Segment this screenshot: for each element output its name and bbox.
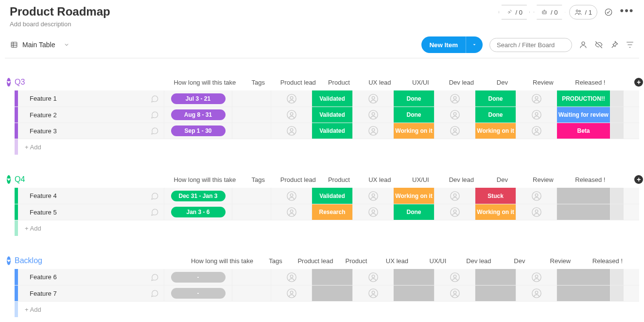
- timeline-cell[interactable]: -: [164, 286, 232, 301]
- status-cell[interactable]: [475, 286, 516, 301]
- status-cell[interactable]: Done: [475, 90, 516, 107]
- column-header-tags[interactable]: Tags: [239, 176, 278, 183]
- dev-lead-cell[interactable]: [434, 123, 475, 139]
- status-cell[interactable]: Validated: [312, 123, 352, 139]
- hide-columns-icon[interactable]: [594, 40, 603, 49]
- review-cell[interactable]: [516, 188, 557, 204]
- column-header-dev[interactable]: Dev: [499, 257, 540, 265]
- group-collapse-toggle[interactable]: [7, 256, 11, 265]
- status-cell[interactable]: [393, 286, 434, 301]
- status-cell[interactable]: [557, 286, 610, 301]
- product-lead-cell[interactable]: [271, 269, 312, 285]
- column-header-time[interactable]: How long will this take: [171, 79, 239, 86]
- timeline-cell[interactable]: Sep 1 - 30: [164, 123, 232, 139]
- timeline-cell[interactable]: Dec 31 - Jan 3: [164, 188, 232, 204]
- column-header-ux-lead[interactable]: UX lead: [377, 257, 418, 265]
- status-cell[interactable]: Waiting for review: [557, 107, 610, 123]
- status-cell[interactable]: PRODUCTION!!: [557, 90, 610, 107]
- column-header-product-lead[interactable]: Product lead: [295, 257, 336, 265]
- dev-lead-cell[interactable]: [434, 204, 475, 220]
- item-name[interactable]: Feature 1: [26, 95, 150, 102]
- column-header-dev[interactable]: Dev: [482, 79, 522, 86]
- column-header-tags[interactable]: Tags: [239, 79, 278, 86]
- status-cell[interactable]: [312, 286, 352, 301]
- integration-badge-1[interactable]: / 0: [499, 5, 530, 19]
- column-header-released[interactable]: Released !: [581, 257, 634, 265]
- chat-icon[interactable]: [150, 208, 159, 216]
- column-header-product[interactable]: Product: [336, 257, 377, 265]
- status-cell[interactable]: [393, 269, 434, 285]
- review-cell[interactable]: [516, 204, 557, 220]
- table-row[interactable]: Feature 7 -: [15, 285, 639, 301]
- column-header-review[interactable]: Review: [522, 176, 563, 183]
- column-header-uxui[interactable]: UX/UI: [400, 79, 441, 86]
- view-selector[interactable]: Main Table: [10, 41, 70, 49]
- column-header-review[interactable]: Review: [522, 79, 563, 86]
- product-lead-cell[interactable]: [271, 204, 312, 220]
- status-cell[interactable]: Stuck: [475, 188, 516, 204]
- product-lead-cell[interactable]: [271, 90, 312, 107]
- tags-cell[interactable]: [232, 286, 271, 301]
- column-header-dev-lead[interactable]: Dev lead: [458, 257, 499, 265]
- dev-lead-cell[interactable]: [434, 286, 475, 301]
- dev-lead-cell[interactable]: [434, 107, 475, 123]
- chat-icon[interactable]: [150, 289, 159, 298]
- status-cell[interactable]: Done: [393, 107, 434, 123]
- column-header-dev-lead[interactable]: Dev lead: [441, 176, 482, 183]
- status-cell[interactable]: [312, 269, 352, 285]
- status-cell[interactable]: Working on it: [393, 123, 434, 139]
- tags-cell[interactable]: [232, 90, 271, 107]
- product-lead-cell[interactable]: [271, 188, 312, 204]
- product-lead-cell[interactable]: [271, 286, 312, 301]
- timeline-cell[interactable]: -: [164, 269, 232, 285]
- more-menu-button[interactable]: •••: [620, 5, 634, 19]
- ux-lead-cell[interactable]: [352, 269, 393, 285]
- tags-cell[interactable]: [232, 204, 271, 220]
- chat-icon[interactable]: [150, 273, 159, 282]
- group-collapse-toggle[interactable]: [7, 78, 11, 87]
- ux-lead-cell[interactable]: [352, 286, 393, 301]
- chat-icon[interactable]: [150, 192, 159, 200]
- status-cell[interactable]: [557, 188, 610, 204]
- status-cell[interactable]: [475, 269, 516, 285]
- status-cell[interactable]: Validated: [312, 107, 352, 123]
- status-cell[interactable]: Beta: [557, 123, 610, 139]
- timeline-cell[interactable]: Aug 8 - 31: [164, 107, 232, 123]
- status-cell[interactable]: Research: [312, 204, 352, 220]
- dev-lead-cell[interactable]: [434, 188, 475, 204]
- review-cell[interactable]: [516, 107, 557, 123]
- review-cell[interactable]: [516, 123, 557, 139]
- new-item-dropdown[interactable]: [466, 36, 483, 53]
- item-name[interactable]: Feature 3: [26, 127, 150, 135]
- add-item-row[interactable]: + Add: [15, 220, 639, 236]
- table-row[interactable]: Feature 4 Dec 31 - Jan 3 Validated Worki…: [15, 188, 639, 204]
- ux-lead-cell[interactable]: [352, 107, 393, 123]
- timeline-cell[interactable]: Jul 3 - 21: [164, 90, 232, 107]
- chat-icon[interactable]: [150, 94, 159, 103]
- tags-cell[interactable]: [232, 107, 271, 123]
- new-item-button[interactable]: New Item: [421, 36, 483, 53]
- column-header-product-lead[interactable]: Product lead: [278, 79, 318, 86]
- status-cell[interactable]: Working on it: [475, 123, 516, 139]
- status-cell[interactable]: Working on it: [475, 204, 516, 220]
- tags-cell[interactable]: [232, 269, 271, 285]
- add-column-button[interactable]: +: [634, 175, 643, 184]
- dev-lead-cell[interactable]: [434, 90, 475, 107]
- column-header-tags[interactable]: Tags: [256, 257, 295, 265]
- column-header-product[interactable]: Product: [318, 176, 359, 183]
- group-title[interactable]: Backlog: [15, 256, 42, 265]
- table-row[interactable]: Feature 5 Jan 3 - 6 Research Done Workin…: [15, 204, 639, 220]
- ux-lead-cell[interactable]: [352, 90, 393, 107]
- board-description[interactable]: Add board description: [10, 20, 110, 28]
- item-name[interactable]: Feature 5: [26, 209, 150, 216]
- chat-icon[interactable]: [150, 126, 159, 135]
- activity-icon[interactable]: [601, 5, 616, 19]
- tags-cell[interactable]: [232, 188, 271, 204]
- column-header-dev[interactable]: Dev: [482, 176, 522, 183]
- table-row[interactable]: Feature 2 Aug 8 - 31 Validated Done Done…: [15, 107, 639, 123]
- product-lead-cell[interactable]: [271, 107, 312, 123]
- status-cell[interactable]: [557, 269, 610, 285]
- column-header-ux-lead[interactable]: UX lead: [359, 176, 400, 183]
- pin-icon[interactable]: [610, 40, 619, 49]
- status-cell[interactable]: Done: [393, 90, 434, 107]
